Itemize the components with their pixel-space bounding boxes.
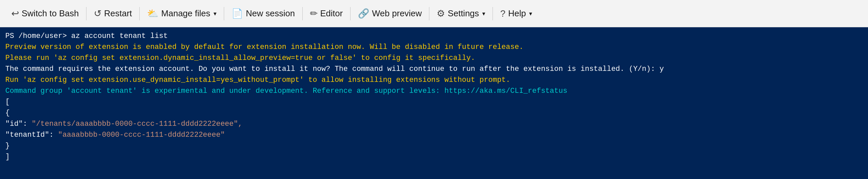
manage-files-button[interactable]: ⛅Manage files▾: [141, 0, 222, 27]
new-session-button[interactable]: 📄New session: [225, 0, 301, 27]
manage-files-chevron-icon: ▾: [214, 10, 217, 17]
web-preview-icon: 🔗: [358, 8, 370, 19]
toolbar-divider: [429, 7, 429, 20]
toolbar-divider: [350, 7, 350, 20]
help-label: Help: [508, 8, 526, 19]
settings-chevron-icon: ▾: [482, 10, 485, 17]
terminal-line-1: Preview version of extension is enabled …: [5, 41, 863, 53]
toolbar-divider: [302, 7, 303, 20]
terminal-line-4: Run 'az config set extension.use_dynamic…: [5, 74, 863, 86]
switch-bash-label: Switch to Bash: [22, 8, 79, 19]
json-value: "/tenants/aaaabbbb-0000-cccc-1111-dddd22…: [32, 120, 243, 128]
terminal-line-2: Please run 'az config set extension.dyna…: [5, 53, 863, 64]
manage-files-label: Manage files: [161, 8, 210, 19]
prompt-path: PS /home/user>: [5, 32, 67, 40]
terminal-line-0: PS /home/user> az account tenant list: [5, 31, 863, 41]
restart-button[interactable]: ↺Restart: [88, 0, 138, 27]
settings-icon: ⚙: [437, 8, 445, 19]
terminal-line-6: [: [5, 96, 863, 108]
toolbar-divider: [224, 7, 224, 20]
toolbar-divider: [140, 7, 140, 20]
terminal-line-11: ]: [5, 151, 863, 162]
new-session-label: New session: [246, 8, 294, 19]
help-chevron-icon: ▾: [529, 10, 532, 17]
toolbar: ↩Switch to Bash↺Restart⛅Manage files▾📄Ne…: [0, 0, 868, 27]
terminal-line-5: Command group 'account tenant' is experi…: [5, 86, 863, 96]
json-value: "aaaabbbb-0000-cccc-1111-dddd2222eeee": [58, 131, 225, 139]
json-key: "id":: [5, 120, 32, 128]
web-preview-label: Web preview: [372, 8, 422, 19]
help-button[interactable]: ?Help▾: [494, 0, 538, 27]
restart-label: Restart: [104, 8, 132, 19]
terminal-line-3: The command requires the extension accou…: [5, 64, 863, 74]
switch-bash-button[interactable]: ↩Switch to Bash: [5, 0, 85, 27]
restart-icon: ↺: [94, 8, 101, 19]
terminal-line-10: }: [5, 141, 863, 151]
terminal-line-8: "id": "/tenants/aaaabbbb-0000-cccc-1111-…: [5, 118, 863, 129]
prompt-command: az account tenant list: [67, 32, 168, 40]
json-key: "tenantId":: [5, 131, 58, 139]
new-session-icon: 📄: [231, 8, 243, 19]
terminal-line-9: "tenantId": "aaaabbbb-0000-cccc-1111-ddd…: [5, 129, 863, 141]
settings-button[interactable]: ⚙Settings▾: [431, 0, 491, 27]
editor-icon: ✏: [310, 8, 318, 19]
help-icon: ?: [500, 8, 505, 19]
terminal-line-7: {: [5, 108, 863, 118]
toolbar-divider: [493, 7, 493, 20]
terminal: PS /home/user> az account tenant listPre…: [0, 27, 868, 179]
switch-bash-icon: ↩: [11, 8, 19, 19]
manage-files-icon: ⛅: [147, 8, 159, 19]
editor-button[interactable]: ✏Editor: [304, 0, 349, 27]
settings-label: Settings: [447, 8, 479, 19]
toolbar-divider: [86, 7, 87, 20]
editor-label: Editor: [320, 8, 343, 19]
web-preview-button[interactable]: 🔗Web preview: [352, 0, 428, 27]
